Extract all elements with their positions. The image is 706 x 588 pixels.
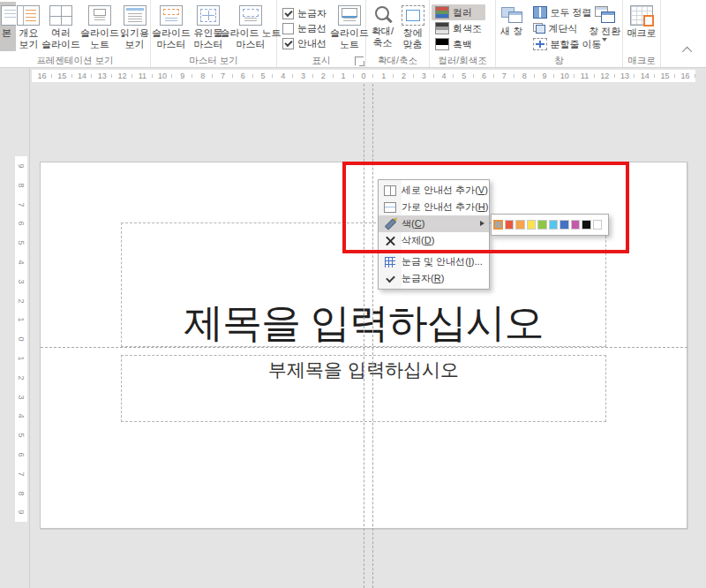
guides-checkbox[interactable]: 안내선 [282,36,327,51]
vertical-guide-2[interactable] [372,84,373,588]
ruler-number: 14 [635,70,655,82]
ruler-number: 7 [494,70,514,82]
notes-page-button[interactable]: 슬라이드노트 [80,2,119,51]
ruler-number: 0 [354,70,374,82]
ruler-number: 8 [192,70,213,82]
color-swatch-magenta[interactable] [571,220,581,230]
black-white-button[interactable]: 흑백 [432,36,485,52]
arrange-all-button[interactable]: 모두 정렬 [530,4,586,20]
slide-sorter-button[interactable]: 여러슬라이드 [41,2,80,51]
color-swatch-black[interactable] [582,220,591,230]
menu-separator [403,251,487,252]
grayscale-button[interactable]: 회색조 [432,20,485,36]
color-swatch-gray[interactable] [493,220,503,230]
zoom-button[interactable]: 확대/축소 [368,2,398,51]
move-split-icon [533,38,547,50]
menu-item-delete-guide[interactable]: 삭제(D) [379,232,489,249]
ruler-number: 5 [253,70,274,82]
collapse-ribbon-button[interactable] [681,44,695,57]
ruler-number: 5 [11,237,31,249]
group-label-master-views: 마스터 보기 [151,54,276,67]
fit-to-window-button[interactable]: 창에맞춤 [398,2,428,51]
group-label-window: 창 [496,54,622,67]
ruler-number: 13 [615,70,635,82]
macros-button[interactable]: 매크로 [624,2,659,51]
color-button[interactable]: 컬러 [432,4,485,20]
ribbon-group-window: 새 창 모두 정렬 계단식 분할줄 이동 창 전환 [496,0,623,67]
ruler-number: 8 [11,179,31,192]
menu-item-add-horizontal-guide[interactable]: 가로 안내선 추가(H) [379,199,489,215]
color-swatch-red[interactable] [505,220,514,230]
color-swatch-green[interactable] [537,220,547,230]
show-dialog-launcher-icon[interactable] [355,57,364,65]
ruler-number: 4 [273,70,293,82]
notes-button[interactable]: 슬라이드노트 [330,2,369,51]
menu-item-ruler[interactable]: 눈금자(R) [379,270,489,287]
color-swatch-white[interactable] [593,220,603,230]
arrange-all-icon [533,6,547,19]
ruler-number: 15 [655,70,675,82]
color-swatch-yellow[interactable] [527,220,537,230]
guide-context-menu: 세로 안내선 추가(V) 가로 안내선 추가(H) 색(C) 삭제(D) 눈금 … [378,179,490,290]
menu-item-add-vertical-guide[interactable]: 세로 안내선 추가(V) [379,182,489,199]
zoom-magnifier-icon [372,5,394,24]
chevron-down-icon [602,38,607,41]
normal-view-button[interactable]: 본 [0,2,16,51]
reading-view-button[interactable]: 읽기용보기 [119,2,150,51]
reading-view-icon [124,5,146,26]
horizontal-ruler: 1615141312111098765432101234567891011121… [32,70,695,82]
ruler-number: 11 [575,70,595,82]
ruler-number: 2 [11,294,31,306]
notes-master-button[interactable]: 슬라이드 노트마스터 [225,2,276,51]
ruler-number: 0 [11,333,31,345]
black-white-icon [435,38,449,50]
ruler-number: 12 [595,70,615,82]
switch-windows-button[interactable]: 창 전환 [588,2,622,51]
ruler-number: 10 [554,70,575,82]
ruler-number: 6 [474,70,494,82]
add-horizontal-guide-icon [379,202,402,213]
color-swatch-blue[interactable] [560,220,569,230]
cascade-button[interactable]: 계단식 [530,20,586,36]
slide-master-icon [160,5,183,26]
ruler-number: 2 [394,70,414,82]
ribbon-group-master-views: 슬라이드마스터 유인물마스터 슬라이드 노트마스터 마스터 보기 [151,0,277,67]
ruler-checkbox[interactable]: 눈금자 [282,6,327,21]
ruler-number: 13 [92,70,112,82]
color-swatch-sky-blue[interactable] [549,220,559,230]
fit-to-window-icon [402,5,424,26]
ribbon-group-show: 눈금자 눈금선 안내선 슬라이드노트 표시 [277,0,366,67]
ruler-number: 4 [434,70,454,82]
slide-sorter-icon [49,5,72,26]
checkbox-icon [282,23,294,34]
ruler-number: 3 [414,70,434,82]
ruler-number: 1 [11,313,31,326]
ruler-number: 8 [514,70,535,82]
group-label-presentation-views: 프레젠테이션 보기 [0,54,150,67]
ruler-number: 7 [11,468,31,480]
chevron-up-icon [682,47,692,57]
handout-master-icon [197,5,220,26]
menu-item-grid-and-guides[interactable]: 눈금 및 안내선(I)... [379,253,489,270]
ruler-number: 3 [11,390,31,403]
menu-item-guide-color[interactable]: 색(C) [379,215,489,232]
cascade-windows-icon [533,23,545,34]
ruler-number: 4 [11,256,31,268]
color-swatch-orange[interactable] [515,220,525,230]
vertical-guide[interactable] [364,84,364,588]
ribbon-group-color-grayscale: 컬러 회색조 흑백 컬러/회색조 [430,0,496,67]
outline-view-button[interactable]: 개요보기 [16,2,41,51]
horizontal-guide[interactable] [41,347,687,348]
slide-master-button[interactable]: 슬라이드마스터 [151,2,192,51]
macros-icon [630,5,653,26]
ruler-number: 15 [52,70,72,82]
gridlines-checkbox[interactable]: 눈금선 [282,21,327,36]
new-window-button[interactable]: 새 창 [496,2,528,51]
ruler-number: 10 [153,70,173,82]
group-label-zoom: 확대/축소 [366,54,429,67]
group-label-color-grayscale: 컬러/회색조 [430,54,495,67]
ruler-number: 7 [11,198,31,210]
delete-x-icon [379,236,402,245]
ruler-number: 3 [11,275,31,288]
move-split-button[interactable]: 분할줄 이동 [530,36,586,52]
